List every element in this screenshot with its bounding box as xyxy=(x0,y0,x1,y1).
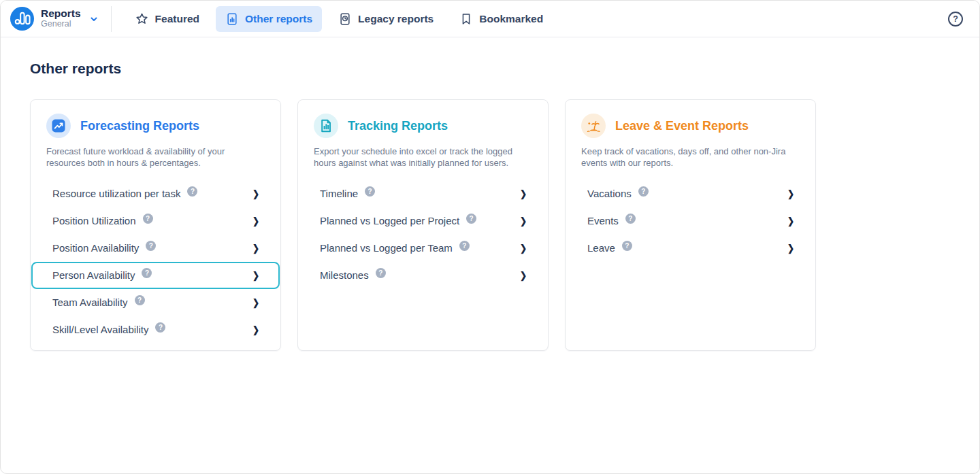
card-tracking-reports: Tracking Reports Export your schedule in… xyxy=(297,99,549,351)
report-list: Resource utilization per task ? ❯ Positi… xyxy=(31,180,280,343)
help-icon[interactable]: ? xyxy=(459,241,470,251)
help-icon[interactable]: ? xyxy=(365,186,375,197)
card-title: Leave & Event Reports xyxy=(615,119,749,133)
trend-up-icon xyxy=(46,114,71,138)
chevron-down-icon[interactable] xyxy=(89,14,99,24)
bookmark-icon xyxy=(459,12,473,26)
tab-other-reports[interactable]: Other reports xyxy=(216,6,322,32)
tab-featured[interactable]: Featured xyxy=(125,6,209,32)
help-icon[interactable]: ? xyxy=(638,186,649,197)
legacy-report-icon xyxy=(338,12,352,26)
tab-legacy-reports[interactable]: Legacy reports xyxy=(329,6,443,32)
report-list: Vacations ? ❯ Events ? ❯ Leave ? ❯ xyxy=(566,180,815,262)
chevron-right-icon: ❯ xyxy=(252,243,259,254)
chevron-right-icon: ❯ xyxy=(787,216,794,226)
document-chart-icon xyxy=(314,114,338,138)
nav-divider xyxy=(111,6,112,32)
report-item-label: Position Utilization xyxy=(52,215,136,226)
report-item-label: Team Availability xyxy=(52,297,128,308)
card-forecasting-reports: Forecasting Reports Forecast future work… xyxy=(30,99,281,351)
help-icon[interactable]: ? xyxy=(466,214,476,224)
report-item-label: Person Availability xyxy=(52,269,135,281)
help-icon[interactable]: ? xyxy=(143,214,153,224)
top-navigation: Reports General Featured xyxy=(1,1,979,37)
report-list-item[interactable]: Events ? ❯ xyxy=(566,207,815,235)
report-list-item[interactable]: Vacations ? ❯ xyxy=(566,180,815,207)
report-cards: Forecasting Reports Forecast future work… xyxy=(30,99,950,351)
chevron-right-icon: ❯ xyxy=(252,270,259,281)
tab-label: Legacy reports xyxy=(358,13,434,25)
report-tabs: Featured Other reports xyxy=(125,6,553,32)
report-item-label: Position Availability xyxy=(52,242,139,254)
reports-app-switcher[interactable]: Reports General xyxy=(10,7,99,31)
report-item-label: Leave xyxy=(587,242,615,254)
star-icon xyxy=(135,12,149,26)
reports-logo-icon xyxy=(10,7,34,31)
chevron-right-icon: ❯ xyxy=(787,243,794,254)
report-list-item[interactable]: Resource utilization per task ? ❯ xyxy=(31,180,280,207)
app-title: Reports xyxy=(41,8,81,20)
help-icon[interactable]: ? xyxy=(146,241,156,251)
help-icon[interactable]: ? xyxy=(135,295,145,305)
tab-label: Other reports xyxy=(245,13,312,25)
main-content: Other reports Forecasting Reports xyxy=(1,37,979,351)
report-list: Timeline ? ❯ Planned vs Logged per Proje… xyxy=(298,180,548,289)
card-title: Tracking Reports xyxy=(348,119,448,133)
report-item-label: Milestones xyxy=(320,269,369,281)
card-description: Forecast future workload & availability … xyxy=(46,146,259,169)
palm-island-icon xyxy=(581,114,606,138)
chevron-right-icon: ❯ xyxy=(520,188,527,199)
chevron-right-icon: ❯ xyxy=(787,188,794,199)
tab-bookmarked[interactable]: Bookmarked xyxy=(450,6,553,32)
report-list-item[interactable]: Team Availability ? ❯ xyxy=(31,289,280,316)
report-item-label: Events xyxy=(587,215,619,226)
chevron-right-icon: ❯ xyxy=(252,297,259,308)
app-subtitle: General xyxy=(41,20,81,29)
chevron-right-icon: ❯ xyxy=(252,324,259,335)
card-description: Export your schedule into excel or track… xyxy=(314,146,526,169)
card-leave-event-reports: Leave & Event Reports Keep track of vaca… xyxy=(565,99,816,351)
card-description: Keep track of vacations, days off, and o… xyxy=(581,146,794,169)
report-item-label: Timeline xyxy=(320,188,358,199)
chevron-right-icon: ❯ xyxy=(520,243,527,254)
help-icon[interactable]: ? xyxy=(376,268,386,278)
report-list-item[interactable]: Planned vs Logged per Project ? ❯ xyxy=(298,207,548,235)
report-list-item[interactable]: Skill/Level Availability ? ❯ xyxy=(31,316,280,343)
report-list-item[interactable]: Position Availability ? ❯ xyxy=(31,235,280,262)
chevron-right-icon: ❯ xyxy=(520,216,527,226)
tab-label: Featured xyxy=(155,13,199,25)
help-icon[interactable]: ? xyxy=(187,186,197,197)
help-icon[interactable]: ? xyxy=(622,241,632,251)
chevron-right-icon: ❯ xyxy=(252,216,259,226)
report-document-icon xyxy=(225,12,239,26)
page-title: Other reports xyxy=(30,61,950,77)
report-list-item[interactable]: Timeline ? ❯ xyxy=(298,180,548,207)
report-list-item[interactable]: Leave ? ❯ xyxy=(566,235,815,262)
report-list-item[interactable]: Planned vs Logged per Team ? ❯ xyxy=(298,235,548,262)
tab-label: Bookmarked xyxy=(479,13,543,25)
help-icon[interactable]: ? xyxy=(625,214,636,224)
card-title: Forecasting Reports xyxy=(80,119,199,133)
report-item-label: Planned vs Logged per Project xyxy=(320,215,459,226)
chevron-right-icon: ❯ xyxy=(252,188,259,199)
app-window: Reports General Featured xyxy=(0,0,980,474)
help-icon[interactable]: ? xyxy=(142,268,152,278)
report-list-item[interactable]: Milestones ? ❯ xyxy=(298,262,548,289)
chevron-right-icon: ❯ xyxy=(520,270,527,281)
report-item-label: Vacations xyxy=(587,188,632,199)
help-icon[interactable]: ? xyxy=(155,322,165,333)
report-list-item[interactable]: Position Utilization ? ❯ xyxy=(31,207,280,235)
report-item-label: Skill/Level Availability xyxy=(52,324,148,335)
help-icon[interactable]: ? xyxy=(948,12,963,27)
report-item-label: Resource utilization per task xyxy=(52,188,180,199)
report-item-label: Planned vs Logged per Team xyxy=(320,242,453,254)
report-list-item[interactable]: Person Availability ? ❯ xyxy=(31,262,280,289)
